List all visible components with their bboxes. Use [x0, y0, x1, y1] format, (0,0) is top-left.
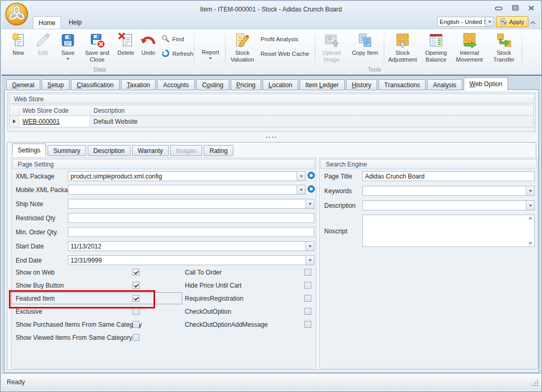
upload-image-icon — [323, 32, 340, 49]
keywords-select[interactable] — [362, 186, 535, 196]
copy-item-button[interactable]: Copy Item — [347, 31, 383, 65]
minimize-button[interactable] — [492, 4, 505, 13]
save-dropdown-arrow[interactable] — [66, 58, 69, 60]
opening-balance-icon — [428, 32, 444, 49]
internal-movement-button[interactable]: Internal Movement — [453, 31, 486, 65]
find-icon — [161, 34, 170, 44]
tab-transactions[interactable]: Transactions — [379, 79, 426, 90]
tab-web-option[interactable]: Web Option — [464, 77, 508, 90]
profit-analysis-button[interactable]: Profit Analysis — [261, 34, 298, 44]
subtab-images[interactable]: Images — [170, 145, 202, 156]
tab-history[interactable]: History — [346, 79, 377, 90]
scroll-down-icon[interactable] — [528, 242, 533, 245]
collapse-ribbon-button[interactable] — [528, 18, 537, 26]
description-select[interactable] — [362, 200, 535, 210]
save-and-close-button[interactable]: Save and Close — [81, 31, 113, 65]
noscript-textarea[interactable] — [362, 215, 535, 247]
noscript-scrollbar[interactable] — [526, 216, 534, 246]
xml-package-refresh-button[interactable] — [307, 171, 315, 181]
delete-button[interactable]: Delete — [114, 31, 137, 65]
subtab-warranty[interactable]: Warranty — [132, 145, 169, 156]
page-title-input[interactable] — [362, 171, 535, 181]
tab-pricing[interactable]: Pricing — [231, 79, 262, 90]
tab-accounts[interactable]: Accounts — [157, 79, 194, 90]
resize-grip[interactable] — [532, 379, 539, 389]
start-date-picker[interactable]: 11/13/2012 — [68, 241, 314, 251]
mobile-xml-package-dropdown-arrow[interactable] — [297, 185, 305, 194]
checkout-option-label: CheckOutOption — [185, 308, 231, 315]
mobile-xml-package-refresh-button[interactable] — [307, 185, 315, 195]
scroll-up-icon[interactable] — [528, 217, 533, 219]
language-select[interactable]: English - United States — [437, 17, 494, 27]
exclusive-checkbox[interactable] — [133, 308, 139, 315]
row-arrow-icon — [13, 118, 16, 125]
featured-item-checkbox[interactable] — [133, 295, 139, 302]
undo-button[interactable]: Undo — [137, 31, 159, 65]
tab-classification[interactable]: Classification — [71, 79, 120, 90]
ribbon: New Edit Save Save and Close Delete Undo… — [2, 29, 541, 76]
requires-registration-checkbox[interactable] — [304, 295, 311, 302]
keywords-label: Keywords — [324, 186, 352, 196]
xml-package-dropdown-arrow[interactable] — [297, 172, 305, 181]
app-logo-button[interactable] — [5, 2, 29, 26]
language-dropdown-arrow[interactable] — [485, 17, 493, 26]
web-store-code-cell[interactable]: WEB-000001 — [19, 116, 90, 127]
show-viewed-items-checkbox[interactable] — [133, 334, 139, 341]
keywords-dropdown-arrow[interactable] — [526, 186, 534, 195]
call-to-order-checkbox[interactable] — [304, 269, 311, 276]
close-button[interactable] — [525, 4, 537, 13]
ship-note-select[interactable] — [68, 199, 314, 209]
report-button[interactable]: Report — [196, 31, 225, 65]
subtab-settings[interactable]: Settings — [12, 144, 46, 156]
end-date-picker[interactable]: 12/31/9999 — [68, 255, 314, 265]
ship-note-dropdown-arrow[interactable] — [305, 199, 314, 208]
show-on-web-checkbox[interactable] — [133, 269, 139, 276]
edit-button[interactable]: Edit — [32, 31, 54, 65]
stock-valuation-button[interactable]: Stock Valuation — [227, 31, 257, 65]
tab-item-ledger[interactable]: Item Ledger — [300, 79, 345, 90]
new-button[interactable]: New — [6, 31, 31, 65]
refresh-button[interactable]: Refresh — [161, 49, 193, 58]
tab-general[interactable]: General — [6, 79, 40, 90]
web-store-code-link[interactable]: WEB-000001 — [22, 118, 60, 125]
hide-price-until-cart-checkbox[interactable] — [304, 282, 311, 289]
find-button[interactable]: Find — [161, 34, 184, 44]
description-dropdown-arrow[interactable] — [526, 201, 534, 210]
end-date-dropdown-arrow[interactable] — [305, 256, 314, 265]
grid-column-web-store-code[interactable]: Web Store Code — [19, 105, 90, 116]
opening-balance-button[interactable]: Opening Balance — [420, 31, 452, 65]
checkout-option-add-message-checkbox[interactable] — [304, 321, 311, 328]
subtab-description[interactable]: Description — [88, 145, 131, 156]
ribbon-tab-help[interactable]: Help — [63, 17, 87, 28]
ribbon-tab-home[interactable]: Home — [33, 16, 61, 29]
show-buy-button-checkbox[interactable] — [133, 282, 139, 289]
save-button[interactable]: Save — [55, 31, 81, 65]
tab-taxation[interactable]: Taxation — [121, 79, 156, 90]
stock-adjustment-button[interactable]: Stock Adjustment — [386, 31, 419, 65]
subtab-summary[interactable]: Summary — [48, 145, 86, 156]
row-selector-cell[interactable] — [10, 116, 19, 127]
splitter-handle[interactable]: ···· — [5, 134, 538, 140]
tab-costing[interactable]: Costing — [196, 79, 229, 90]
grid-column-description[interactable]: Description — [90, 105, 533, 116]
subtab-rating[interactable]: Rating — [204, 145, 233, 156]
restore-button[interactable] — [509, 4, 522, 13]
tab-setup[interactable]: Setup — [42, 79, 69, 90]
grid-data-row[interactable]: WEB-000001 Default Website — [10, 116, 533, 127]
tab-analysis[interactable]: Analysis — [427, 79, 462, 90]
checkout-option-checkbox[interactable] — [304, 308, 311, 315]
tab-location[interactable]: Location — [263, 79, 298, 90]
restricted-qty-input[interactable] — [68, 213, 314, 223]
reset-web-cache-button[interactable]: Reset Web Cache — [261, 49, 309, 58]
report-dropdown-arrow[interactable] — [209, 57, 212, 60]
web-store-description-cell[interactable]: Default Website — [90, 116, 533, 127]
upload-image-button[interactable]: Upload Image — [317, 31, 346, 65]
stock-transfer-button[interactable]: Stock Transfer — [487, 31, 521, 65]
start-date-dropdown-arrow[interactable] — [305, 242, 314, 251]
apply-button[interactable]: Apply — [496, 16, 528, 27]
stock-adjustment-icon — [394, 32, 411, 49]
show-purchased-items-checkbox[interactable] — [133, 321, 139, 328]
min-order-qty-input[interactable] — [68, 227, 314, 237]
xml-package-select[interactable]: product.simpleproduct.xml.config — [68, 171, 305, 181]
mobile-xml-package-select[interactable] — [68, 185, 305, 195]
